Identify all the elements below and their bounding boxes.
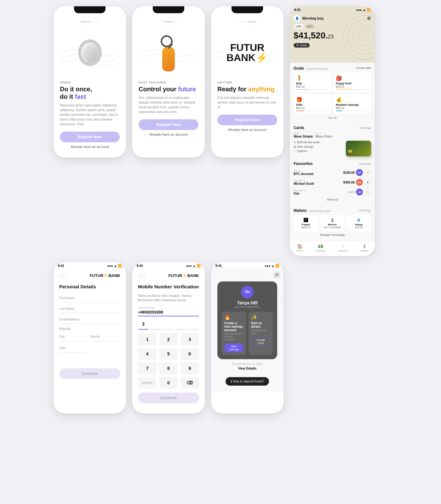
card-savings: ⊞ Main savings (294, 145, 313, 148)
new-savings-btn[interactable]: New Savings (224, 343, 243, 352)
illustration-3: FUTURBANK⚡ (217, 24, 277, 81)
fav-title: Favourites (294, 161, 313, 166)
currency-usd[interactable]: USD (294, 24, 303, 29)
otp-key-9[interactable]: 9 (180, 362, 199, 374)
otp-key-3[interactable]: 3 (180, 333, 199, 345)
tag-3: ANYTIME (217, 81, 277, 84)
wallet-amount-paypal: $400.20 (296, 226, 316, 229)
show-btn[interactable]: 👁Show (294, 43, 310, 48)
ver-status-bar: 9:41 ●●● ▲ 📶 (132, 262, 205, 268)
see-all[interactable]: See all (294, 115, 371, 121)
signin-link-3[interactable]: Already have an account (217, 128, 277, 132)
nav-bitcoin[interactable]: ₿ Bitcoin (361, 244, 368, 252)
otp-key-0[interactable]: 0 (159, 377, 178, 389)
info-icon: ℹ (231, 380, 232, 383)
hand-visual (156, 34, 181, 71)
otp-key-5[interactable]: 5 (159, 348, 178, 360)
currency-btc[interactable]: BTC (305, 24, 315, 29)
otp-key-2[interactable]: 2 (159, 333, 178, 345)
signin-link-2[interactable]: Already have an account (139, 133, 198, 136)
notch-1 (74, 6, 106, 13)
wallets-grid: 🅿 Paypal $400.20 ₿ Bitcoin BTC.01422925 … (294, 215, 371, 231)
fav-item-2[interactable]: Transfer to Michael Scott $400.00 MS ℹ (294, 178, 371, 187)
create-goal-btn[interactable]: Create Goal (251, 337, 270, 346)
wallet-paypal[interactable]: 🅿 Paypal $400.20 (294, 215, 318, 231)
pd-lastname[interactable]: Last Name (59, 304, 120, 313)
wallet-bitcoin[interactable]: ₿ Bitcoin BTC.01422925 (320, 215, 345, 231)
back-btn-ver[interactable]: ← (138, 272, 145, 279)
goal-amount-3: $20.12 (296, 106, 329, 110)
otp-key-6[interactable]: 6 (180, 348, 199, 360)
notif-id: 236-897 548963256 (222, 305, 273, 309)
futur-logo-large: FUTURBANK⚡ (226, 42, 268, 63)
card-tab-debit[interactable]: Debit Wave Simple (294, 132, 313, 138)
pd-content: ← FUTUR⚡BANK Personal Details First Name… (54, 268, 126, 385)
goal-icon-2: 🎒 (336, 75, 369, 81)
birthday-label: Birthday (59, 327, 120, 331)
nav-transact[interactable]: ↑ Transact (338, 244, 348, 252)
otp-key-7[interactable]: 7 (138, 362, 157, 374)
fav-item-3[interactable]: Pay bills to Gas Label IM ⚡ (294, 187, 371, 197)
otp-box-5[interactable] (188, 319, 199, 330)
goal-random: 💰 Random Savings $20.12 (333, 94, 371, 114)
birthday-month[interactable]: Month (91, 332, 120, 341)
signin-link-1[interactable]: Already have an account (60, 145, 120, 149)
fav-item-1[interactable]: Buy to BTC Account $100.00 IM ⚡ (294, 168, 371, 178)
view-details-btn[interactable]: View Details (214, 365, 280, 371)
otp-key-8[interactable]: 8 (159, 362, 178, 374)
register-btn-2[interactable]: Register Now (139, 119, 198, 130)
notif-action-2: ✨ Dare to dream We believe in you! Creat… (249, 312, 273, 355)
manage-homepage[interactable]: Manage Homepage (294, 231, 371, 238)
illustration-2 (139, 24, 198, 81)
notif-status-bar: 9:41 ●●● ▲ 📶 (211, 262, 284, 268)
how-to-btn[interactable]: ℹ How to deposit funds? (226, 377, 269, 386)
card-tab-credit[interactable]: Credit Wave Fluro (315, 132, 332, 138)
otp-box-4[interactable] (176, 319, 186, 330)
birthday-year[interactable]: Year (59, 344, 88, 353)
otp-box-2[interactable] (151, 319, 161, 330)
status-time: 9:41 (294, 8, 301, 12)
mobile-value[interactable]: +4930201000 (138, 310, 199, 316)
birthday-day[interactable]: Day (59, 332, 89, 341)
nav-savings[interactable]: 💵 Savings (316, 244, 325, 252)
show-all[interactable]: Show All (294, 197, 371, 202)
otp-box-1[interactable]: 3 (138, 319, 149, 330)
pd-firstname[interactable]: First Name (59, 294, 120, 303)
otp-key-forgot[interactable]: Forgot? (138, 377, 157, 389)
ver-title: Mobile Number Verification (138, 284, 199, 289)
continue-btn-ver[interactable]: Continue (138, 393, 199, 403)
otp-key-4[interactable]: 4 (138, 348, 157, 360)
wallet-amount-alipay: $20.69 (349, 226, 369, 229)
fav-right-2: $400.00 MS ℹ (343, 179, 371, 186)
progress-dot-2-active (164, 21, 173, 22)
otp-key-delete[interactable]: ⌫ (180, 377, 199, 389)
register-btn-1[interactable]: Register Now (60, 132, 120, 142)
card-options-row[interactable]: ⋮ Options (294, 150, 343, 153)
main-container: SPEED Do it once, do it fast Maecenas do… (54, 6, 387, 413)
notif-bg: × TH Tanya Hill 236-897 548963256 🔥 Crea… (211, 268, 284, 391)
goals-title-group: Goals + $224.09 this week (294, 65, 328, 71)
back-btn-pd[interactable]: ← (59, 272, 66, 279)
avatar-im-1: IM (356, 169, 363, 176)
nav-home[interactable]: 🏠 Home (296, 244, 303, 252)
pd-header-row: ← FUTUR⚡BANK (59, 272, 120, 279)
ver-content: ← FUTUR⚡BANK Mobile Number Verification … (132, 268, 205, 410)
wallets-action[interactable]: ⚙ Manage (359, 209, 371, 212)
wallets-title-group: Wallets + $224.09 this week (294, 207, 330, 213)
cards-action[interactable]: ⚙ Manage (359, 127, 371, 129)
goals-action[interactable]: Create New (356, 66, 371, 70)
otp-key-1[interactable]: 1 (138, 333, 157, 345)
continue-btn-pd[interactable]: Continue (59, 368, 120, 379)
wallet-alipay[interactable]: A Alipay $20.69 (346, 215, 371, 231)
mobile-field: Mobile Number +4930201000 (138, 306, 199, 316)
pd-email[interactable]: Email Address (59, 315, 120, 324)
register-btn-3[interactable]: Register Now (217, 115, 277, 125)
illustration-1 (60, 24, 120, 81)
fav-action[interactable]: ⚙ Manage (359, 162, 371, 165)
otp-box-3[interactable] (163, 319, 174, 330)
notif-desc-2: We believe in you! (251, 329, 270, 335)
desc-3: Erat sed aliquam vulputate commodo, aene… (217, 95, 277, 110)
wallets-header: Wallets + $224.09 this week ⚙ Manage (294, 207, 371, 213)
progress-bar-3 (217, 18, 277, 24)
goal-progress-1 (296, 89, 329, 90)
